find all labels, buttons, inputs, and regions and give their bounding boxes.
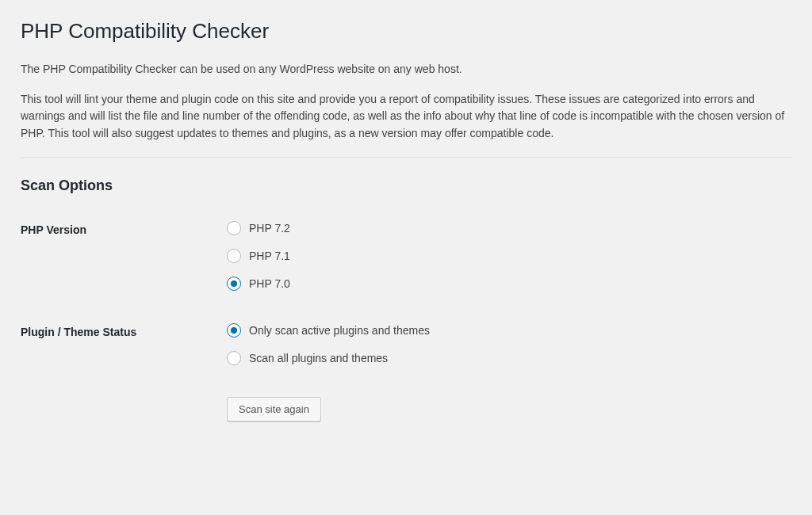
intro-paragraph-1: The PHP Compatibility Checker can be use… (21, 61, 791, 78)
php-version-label: PHP Version (21, 220, 227, 238)
radio-label: PHP 7.1 (249, 248, 290, 265)
radio-label: Only scan active plugins and themes (249, 322, 430, 339)
page-title: PHP Compatibility Checker (21, 16, 791, 47)
submit-row: Scan site again (227, 397, 791, 422)
php-version-option-70[interactable]: PHP 7.0 (227, 276, 791, 292)
intro-section: The PHP Compatibility Checker can be use… (21, 61, 791, 143)
php-version-options: PHP 7.2 PHP 7.1 PHP 7.0 (227, 220, 791, 292)
scan-options-form: PHP Version PHP 7.2 PHP 7.1 PHP 7.0 Plug… (21, 220, 791, 422)
scan-options-heading: Scan Options (21, 175, 791, 196)
divider (21, 157, 791, 158)
radio-label: PHP 7.0 (249, 276, 290, 292)
php-version-row: PHP Version PHP 7.2 PHP 7.1 PHP 7.0 (21, 220, 791, 292)
radio-icon (227, 323, 241, 338)
radio-icon (227, 249, 241, 263)
php-version-option-71[interactable]: PHP 7.1 (227, 248, 791, 265)
radio-icon (227, 221, 241, 235)
plugin-theme-status-options: Only scan active plugins and themes Scan… (227, 322, 791, 367)
plugin-theme-status-label: Plugin / Theme Status (21, 322, 227, 341)
radio-icon (227, 277, 241, 291)
radio-label: Scan all plugins and themes (249, 350, 388, 367)
php-version-option-72[interactable]: PHP 7.2 (227, 220, 791, 237)
plugin-theme-option-all[interactable]: Scan all plugins and themes (227, 350, 791, 367)
plugin-theme-option-active[interactable]: Only scan active plugins and themes (227, 322, 791, 339)
plugin-theme-status-row: Plugin / Theme Status Only scan active p… (21, 322, 791, 367)
scan-site-button[interactable]: Scan site again (227, 397, 321, 422)
radio-icon (227, 351, 241, 365)
intro-paragraph-2: This tool will lint your theme and plugi… (21, 91, 791, 143)
radio-label: PHP 7.2 (249, 220, 290, 237)
